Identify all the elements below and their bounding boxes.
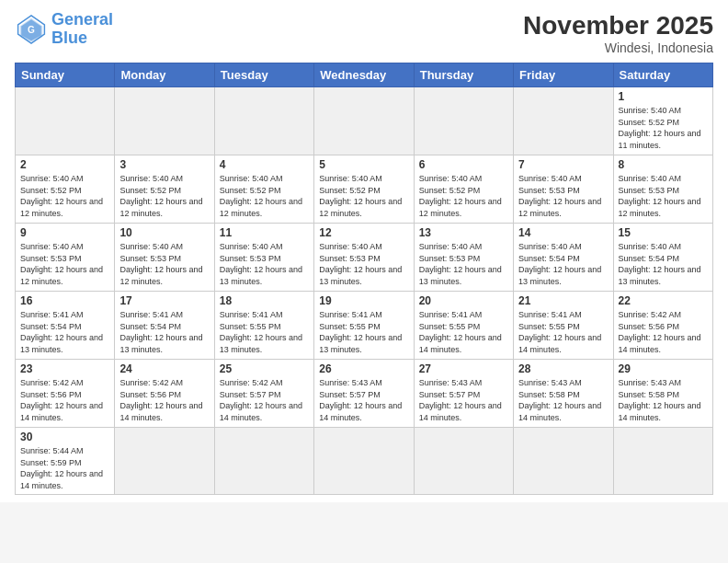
week-row-6: 30 Sunrise: 5:44 AMSunset: 5:59 PMDaylig… (16, 428, 713, 495)
day-6: 6 Sunrise: 5:40 AMSunset: 5:52 PMDayligh… (414, 155, 513, 224)
day-7: 7 Sunrise: 5:40 AMSunset: 5:53 PMDayligh… (514, 155, 613, 224)
day-18: 18 Sunrise: 5:41 AMSunset: 5:55 PMDaylig… (214, 292, 313, 360)
week-row-5: 23 Sunrise: 5:42 AMSunset: 5:56 PMDaylig… (16, 360, 713, 428)
title-area: November 2025 Windesi, Indonesia (523, 11, 713, 55)
day-19: 19 Sunrise: 5:41 AMSunset: 5:55 PMDaylig… (314, 292, 414, 360)
day-9: 9 Sunrise: 5:40 AMSunset: 5:53 PMDayligh… (16, 224, 115, 292)
day-22: 22 Sunrise: 5:42 AMSunset: 5:56 PMDaylig… (613, 292, 712, 360)
day-29: 29 Sunrise: 5:43 AMSunset: 5:58 PMDaylig… (613, 360, 712, 428)
header-sunday: Sunday (16, 63, 115, 87)
day-28: 28 Sunrise: 5:43 AMSunset: 5:58 PMDaylig… (514, 360, 613, 428)
day-20: 20 Sunrise: 5:41 AMSunset: 5:55 PMDaylig… (414, 292, 513, 360)
header-friday: Friday (514, 63, 613, 87)
day-30: 30 Sunrise: 5:44 AMSunset: 5:59 PMDaylig… (16, 428, 115, 495)
empty-cell (414, 87, 513, 155)
day-17: 17 Sunrise: 5:41 AMSunset: 5:54 PMDaylig… (115, 292, 214, 360)
month-title: November 2025 (523, 11, 713, 40)
empty-cell (514, 428, 613, 495)
logo: G General Blue (15, 11, 113, 48)
empty-cell (314, 428, 414, 495)
calendar: Sunday Monday Tuesday Wednesday Thursday… (15, 63, 713, 495)
day-15: 15 Sunrise: 5:40 AMSunset: 5:54 PMDaylig… (613, 224, 712, 292)
week-row-1: 1 Sunrise: 5:40 AMSunset: 5:52 PMDayligh… (16, 87, 713, 155)
empty-cell (514, 87, 613, 155)
empty-cell (16, 87, 115, 155)
header-monday: Monday (115, 63, 214, 87)
day-23: 23 Sunrise: 5:42 AMSunset: 5:56 PMDaylig… (16, 360, 115, 428)
week-row-2: 2 Sunrise: 5:40 AMSunset: 5:52 PMDayligh… (16, 155, 713, 224)
day-24: 24 Sunrise: 5:42 AMSunset: 5:56 PMDaylig… (115, 360, 214, 428)
day-8: 8 Sunrise: 5:40 AMSunset: 5:53 PMDayligh… (613, 155, 712, 224)
day-10: 10 Sunrise: 5:40 AMSunset: 5:53 PMDaylig… (115, 224, 214, 292)
day-11: 11 Sunrise: 5:40 AMSunset: 5:53 PMDaylig… (214, 224, 313, 292)
empty-cell (214, 428, 313, 495)
day-14: 14 Sunrise: 5:40 AMSunset: 5:54 PMDaylig… (514, 224, 613, 292)
empty-cell (414, 428, 513, 495)
day-25: 25 Sunrise: 5:42 AMSunset: 5:57 PMDaylig… (214, 360, 313, 428)
header-thursday: Thursday (414, 63, 513, 87)
empty-cell (613, 428, 712, 495)
weekday-header-row: Sunday Monday Tuesday Wednesday Thursday… (16, 63, 713, 87)
day-13: 13 Sunrise: 5:40 AMSunset: 5:53 PMDaylig… (414, 224, 513, 292)
day-26: 26 Sunrise: 5:43 AMSunset: 5:57 PMDaylig… (314, 360, 414, 428)
empty-cell (115, 428, 214, 495)
header-tuesday: Tuesday (214, 63, 313, 87)
day-4: 4 Sunrise: 5:40 AMSunset: 5:52 PMDayligh… (214, 155, 313, 224)
day-21: 21 Sunrise: 5:41 AMSunset: 5:55 PMDaylig… (514, 292, 613, 360)
header-saturday: Saturday (613, 63, 712, 87)
day-2: 2 Sunrise: 5:40 AMSunset: 5:52 PMDayligh… (16, 155, 115, 224)
page: G General Blue November 2025 Windesi, In… (0, 0, 728, 502)
day-5: 5 Sunrise: 5:40 AMSunset: 5:52 PMDayligh… (314, 155, 414, 224)
day-12: 12 Sunrise: 5:40 AMSunset: 5:53 PMDaylig… (314, 224, 414, 292)
logo-text: General Blue (51, 11, 113, 48)
day-3: 3 Sunrise: 5:40 AMSunset: 5:52 PMDayligh… (115, 155, 214, 224)
svg-text:G: G (28, 24, 35, 34)
day-27: 27 Sunrise: 5:43 AMSunset: 5:57 PMDaylig… (414, 360, 513, 428)
week-row-4: 16 Sunrise: 5:41 AMSunset: 5:54 PMDaylig… (16, 292, 713, 360)
header-wednesday: Wednesday (314, 63, 414, 87)
location: Windesi, Indonesia (523, 40, 713, 55)
day-1: 1 Sunrise: 5:40 AMSunset: 5:52 PMDayligh… (613, 87, 712, 155)
empty-cell (314, 87, 414, 155)
empty-cell (214, 87, 313, 155)
header: G General Blue November 2025 Windesi, In… (15, 11, 713, 55)
day-16: 16 Sunrise: 5:41 AMSunset: 5:54 PMDaylig… (16, 292, 115, 360)
logo-icon: G (15, 13, 48, 46)
week-row-3: 9 Sunrise: 5:40 AMSunset: 5:53 PMDayligh… (16, 224, 713, 292)
empty-cell (115, 87, 214, 155)
